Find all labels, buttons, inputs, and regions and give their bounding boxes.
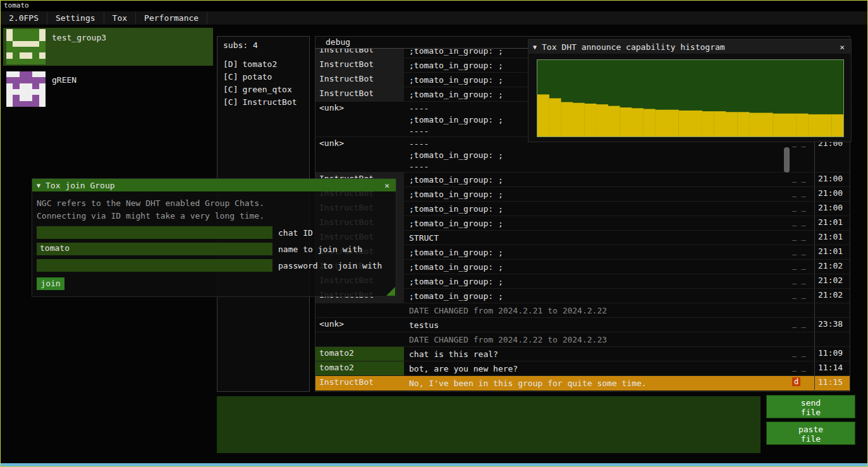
join-window-body: NGC refers to the New DHT enabled Group …	[32, 191, 396, 290]
group-item-gREEN[interactable]: gREEN	[3, 70, 213, 108]
chat-author	[315, 332, 404, 346]
chat-message-row[interactable]: InstructBotNo, I've been in this group f…	[315, 376, 850, 391]
chat-timestamp: 11:09	[814, 347, 850, 361]
chat-timestamp: 21:00	[814, 173, 850, 186]
chat-delivery-flags: _ _	[791, 173, 814, 186]
field-label: name to join with	[278, 245, 362, 254]
chat-author: InstructBot	[315, 87, 404, 101]
field-row: tomatoname to join with	[37, 243, 391, 255]
window-title: tomato	[4, 1, 29, 9]
join-button[interactable]: join	[37, 277, 64, 290]
chat-timestamp	[814, 303, 850, 317]
join-window-titlebar[interactable]: ▼ Tox join Group ×	[32, 179, 396, 191]
subs-count: subs: 4	[223, 40, 309, 50]
chat-message-text: ;tomato_in_group: ;	[404, 202, 791, 215]
chat-message-text: chat is this real?	[404, 347, 791, 361]
chat-message-text: ;tomato_in_group: ;	[404, 245, 791, 259]
member-name: InstructBot	[242, 97, 296, 107]
member-name: green_qtox	[242, 85, 291, 94]
group-avatar	[6, 29, 46, 64]
chat-author: tomato2	[315, 361, 404, 375]
group-item-test_group3[interactable]: test_group3	[3, 28, 213, 66]
menu-item-settings[interactable]: Settings	[47, 11, 104, 25]
chat-timestamp: 21:00	[814, 137, 850, 172]
join-group-window: ▼ Tox join Group × NGC refers to the New…	[32, 178, 396, 297]
chat-author	[315, 303, 404, 317]
join-info-line: Connecting via ID might take a very long…	[37, 210, 391, 222]
chat-message-text: ;tomato_in_group: ;	[404, 289, 791, 303]
close-icon[interactable]: ×	[382, 181, 391, 190]
chat-message-text: ;tomato_in_group: ;	[404, 216, 791, 230]
chat-author: InstructBot	[315, 58, 404, 72]
chat-timestamp: 21:02	[814, 274, 850, 288]
field-row: password to join with	[37, 259, 391, 272]
join-password-input[interactable]	[37, 259, 272, 272]
chat-id-input[interactable]	[37, 226, 272, 239]
join-info-text: NGC refers to the New DHT enabled Group …	[37, 197, 391, 222]
chat-message-text: DATE CHANGED from 2024.2.22 to 2024.2.23	[404, 332, 791, 346]
chat-author: tomato2	[315, 347, 404, 361]
collapse-arrow-icon[interactable]: ▼	[37, 182, 40, 189]
histogram-window-title: Tox DHT announce capability histogram	[542, 42, 833, 52]
group-name: test_group3	[46, 28, 106, 66]
chat-delivery-flags: _ _	[791, 274, 814, 288]
join-window-title: Tox join Group	[46, 181, 377, 190]
histogram-window-titlebar[interactable]: ▼ Tox DHT announce capability histogram …	[529, 40, 851, 54]
chat-delivery-flags: _ _	[791, 347, 814, 361]
member-connection-badge: [C]	[223, 97, 238, 107]
collapse-arrow-icon[interactable]: ▼	[533, 44, 537, 51]
chat-delivery-flags: _ _	[791, 137, 814, 172]
resize-grip-icon[interactable]	[386, 287, 395, 296]
chat-message-row[interactable]: <unk>testus_ _23:38	[315, 318, 850, 332]
field-row: chat ID	[37, 226, 391, 239]
chat-delivery-flags	[791, 303, 814, 317]
chat-delivery-flags: _ _	[791, 289, 814, 303]
chat-system-row: DATE CHANGED from 2024.2.22 to 2024.2.23	[315, 332, 850, 347]
dht-histogram-window: ▼ Tox DHT announce capability histogram …	[528, 39, 852, 142]
chat-delivery-flags: _ _	[791, 245, 814, 259]
paste-file-button[interactable]: paste file	[766, 422, 855, 445]
chat-timestamp: 21:02	[814, 260, 850, 274]
chat-message-text: ;tomato_in_group: ;	[404, 173, 791, 186]
chat-delivery-flags: _ _	[791, 216, 814, 230]
chat-message-text: STRUCT	[404, 231, 791, 245]
chat-scrollbar-thumb[interactable]	[784, 147, 790, 173]
chat-delivery-flags	[791, 332, 814, 346]
member-item-InstructBot[interactable]: [C]InstructBot	[223, 96, 309, 109]
member-connection-badge: [C]	[223, 85, 238, 94]
chat-timestamp: 11:15	[814, 376, 850, 390]
chat-message-text: ;tomato_in_group: ;	[404, 260, 791, 274]
menu-item-performance[interactable]: Performance	[136, 11, 207, 25]
chat-message-row[interactable]: tomato2bot, are you new here?_ _11:14	[315, 361, 850, 376]
member-connection-badge: [D]	[223, 59, 238, 69]
chat-message-text: bot, are you new here?	[404, 361, 791, 375]
chat-message-text: ----;tomato_in_group: ;----	[404, 137, 791, 172]
member-item-green_qtox[interactable]: [C]green_qtox	[223, 83, 309, 96]
os-titlebar[interactable]: tomato	[1, 1, 867, 11]
chat-message-row[interactable]: <unk>----;tomato_in_group: ;----_ _21:00	[315, 137, 850, 173]
close-icon[interactable]: ×	[838, 42, 847, 52]
member-item-potato[interactable]: [C]potato	[223, 71, 309, 83]
chat-author: <unk>	[315, 102, 404, 136]
group-name: gREEN	[46, 70, 76, 108]
fps-counter: 2.0FPS	[1, 11, 47, 25]
menu-bar: 2.0FPS SettingsToxPerformance	[1, 11, 867, 25]
chat-author: <unk>	[315, 318, 404, 332]
message-input[interactable]	[217, 396, 761, 453]
member-item-tomato2[interactable]: [D]tomato2	[223, 58, 309, 71]
tab-debug[interactable]: debug	[322, 37, 354, 48]
chat-message-row[interactable]: tomato2chat is this real?_ _11:09	[315, 347, 850, 361]
menu-item-tox[interactable]: Tox	[104, 11, 136, 25]
chat-delivery-flags: _ _	[791, 361, 814, 375]
chat-message-text: DATE CHANGED from 2024.2.21 to 2024.2.22	[404, 303, 791, 317]
join-name-input[interactable]: tomato	[37, 243, 272, 255]
chat-message-text: ;tomato_in_group: ;	[404, 187, 791, 201]
chat-author: InstructBot	[315, 49, 404, 58]
field-label: chat ID	[278, 228, 313, 238]
chat-system-row: DATE CHANGED from 2024.2.21 to 2024.2.22	[315, 303, 850, 318]
histogram-plot-frame	[537, 59, 844, 137]
groups-list: test_group3gREEN	[3, 28, 213, 108]
send-file-button[interactable]: send file	[766, 395, 855, 418]
join-info-line: NGC refers to the New DHT enabled Group …	[37, 197, 391, 210]
member-connection-badge: [C]	[223, 72, 238, 82]
